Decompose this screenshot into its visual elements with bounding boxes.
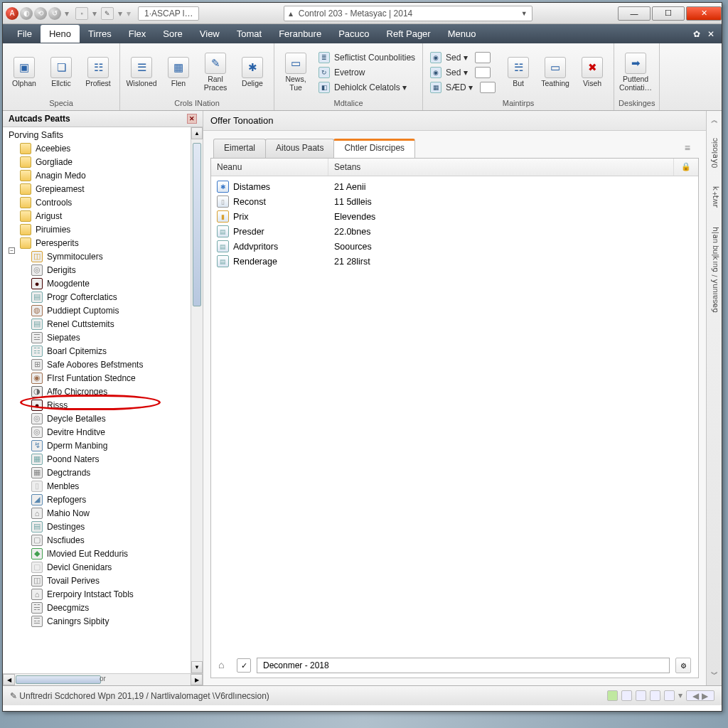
scroll-right-icon[interactable]: ▶ — [191, 674, 203, 685]
home-icon[interactable]: ⌂ — [218, 659, 231, 672]
tabs-options-icon[interactable]: ≡ — [676, 138, 699, 158]
chevron-up-icon[interactable]: ︽ — [711, 115, 718, 125]
tree-folder[interactable]: Arigust — [4, 209, 201, 223]
menu-feranbure[interactable]: Feranbure — [270, 26, 330, 42]
tree-item[interactable]: ◫Symmitoculers — [17, 250, 201, 263]
app-icon[interactable]: A — [6, 7, 18, 20]
footer-input[interactable] — [257, 658, 670, 673]
ribbon-button[interactable]: ❏Ellctic — [44, 55, 78, 88]
ribbon-list-item[interactable]: ◉Sed ▾ — [427, 66, 498, 79]
tree-item[interactable]: ▦Degctrands — [17, 466, 201, 479]
lock-icon[interactable]: 🔒 — [674, 159, 698, 176]
tree-item[interactable]: ◫Tovail Perives — [17, 574, 201, 587]
menu-right-icon[interactable]: ✿ — [693, 29, 700, 39]
ribbon-list-item[interactable]: ≣Seflictist Counbolities — [316, 51, 418, 64]
side-tab[interactable]: 0ʎɐlosic — [710, 132, 719, 173]
tree-item[interactable]: ▢Devicl Gnenidars — [17, 560, 201, 574]
minimize-button[interactable]: — — [618, 6, 651, 21]
qat-button[interactable]: ✎ — [101, 7, 114, 20]
hscrollbar[interactable]: ◀ or ▶ — [3, 673, 203, 685]
tree-item[interactable]: ⌂Mahio Now — [17, 506, 201, 520]
ribbon-button[interactable]: ▭Teathing — [538, 55, 572, 88]
tab[interactable]: Eimertal — [213, 139, 266, 158]
ribbon-button[interactable]: ▣Olphan — [7, 55, 41, 88]
qat-button[interactable]: ▫ — [75, 7, 88, 20]
title-tab[interactable]: 1·ASCAP l… — [138, 6, 199, 21]
menu-pacuco[interactable]: Pacuco — [330, 26, 378, 42]
tree-item[interactable]: ◑Affo Chicronges — [17, 385, 201, 398]
tb-icon[interactable]: ↺ — [48, 7, 61, 20]
status-icon[interactable] — [621, 690, 632, 701]
tree-item[interactable]: ☲Siepates — [17, 331, 201, 344]
ribbon-button[interactable]: ☰Wisloned — [124, 55, 159, 88]
ribbon-list-item[interactable]: ▦SÆD ▾ — [427, 81, 498, 94]
close-button[interactable]: ✕ — [686, 6, 722, 21]
tree-item[interactable]: ◎Deycle Betalles — [17, 412, 201, 425]
menu-sore[interactable]: Sore — [154, 26, 191, 42]
status-icon[interactable] — [664, 690, 675, 701]
tree-folder[interactable]: Gorgliade — [4, 155, 201, 168]
menu-file[interactable]: File — [9, 26, 41, 42]
menu-flex[interactable]: Flex — [120, 26, 155, 42]
tab[interactable]: Chtler Disrcipes — [333, 139, 415, 158]
scroll-thumb[interactable] — [193, 143, 201, 306]
tree-item[interactable]: ◉FIrst Funtation Stednce — [17, 371, 201, 385]
tree-item[interactable]: ⌂Ererpoiry Intstact Tobls — [17, 587, 201, 601]
menu-view[interactable]: View — [191, 26, 228, 42]
menu-tirres[interactable]: Tirres — [80, 26, 120, 42]
tree-item[interactable]: ▤Progr Cofterclatics — [17, 290, 201, 304]
table-row[interactable]: ▤Presder22.0bnes — [211, 224, 698, 239]
tree-item[interactable]: ↯Dperm Manbing — [17, 439, 201, 452]
ribbon-button[interactable]: ▭News, Tue — [279, 51, 313, 92]
scroll-down-icon[interactable]: ▼ — [191, 661, 203, 673]
tree-root[interactable]: Porving Safits — [4, 130, 201, 140]
maximize-button[interactable]: ☐ — [652, 6, 685, 21]
menu-heno[interactable]: Heno — [41, 25, 80, 43]
side-tab[interactable]: ճǝsaıunʎ / ճuıʞ|nq uɐ|ɥ — [710, 221, 719, 318]
tree-item[interactable]: ▤Renel Cuttstemits — [17, 317, 201, 331]
tree-item[interactable]: ▤Destinges — [17, 520, 201, 533]
chevron-down-icon[interactable]: ︾ — [711, 670, 718, 680]
check-icon[interactable]: ✓ — [237, 658, 251, 673]
tree-item[interactable]: ▦Poond Naters — [17, 452, 201, 466]
title-combo[interactable]: ▴ Control 203 - Metasyac | 2014 ▼ — [284, 6, 532, 21]
tb-icon[interactable]: ◐ — [20, 7, 33, 20]
ribbon-button[interactable]: ➡Puttend Contiati… — [619, 51, 653, 92]
table-row[interactable]: ▤Renderage21 28lirst — [211, 254, 698, 269]
panel-close-icon[interactable]: ✕ — [187, 114, 197, 124]
menu-tomat[interactable]: Tomat — [228, 26, 270, 42]
tree-folder[interactable]: Grepieamest — [4, 182, 201, 196]
tree-folder[interactable]: Piruimies — [4, 223, 201, 236]
tree-item[interactable]: ●Moogdente — [17, 277, 201, 290]
tree-item[interactable]: ●Risss — [17, 398, 201, 412]
scroll-up-icon[interactable]: ▲ — [191, 127, 203, 139]
tb-icon[interactable]: ⟲ — [34, 7, 47, 20]
side-tab[interactable]: ɹwʇ+ʞ — [710, 181, 719, 213]
menu-menuo[interactable]: Menuo — [439, 26, 485, 42]
tree-item[interactable]: ◆lMovied Eut Redduris — [17, 547, 201, 560]
tree-item[interactable]: ⊞Safe Aobores Befstments — [17, 358, 201, 371]
tree-item[interactable]: ◎Devitre Hnditve — [17, 425, 201, 439]
tab[interactable]: Aitous Paats — [265, 139, 334, 158]
col-header[interactable]: Neanu — [211, 159, 328, 176]
ribbon-button[interactable]: ✖Viseh — [575, 55, 609, 88]
table-row[interactable]: ▯Reconst11 5dlleis — [211, 194, 698, 209]
tree-item[interactable]: ◍Puddiept Cuptomis — [17, 304, 201, 317]
table-row[interactable]: ▤AddvpritorsSoources — [211, 239, 698, 254]
table-row[interactable]: ▮PrixElevendes — [211, 209, 698, 224]
ribbon-button[interactable]: ☵But — [501, 55, 535, 88]
tree-folder[interactable]: Anagin Medo — [4, 168, 201, 182]
tree-folder[interactable]: Aceebies — [4, 141, 201, 155]
status-icon[interactable] — [636, 690, 646, 701]
ribbon-list-item[interactable]: ↻Evetrow — [316, 66, 418, 79]
tree-item[interactable]: ▢Nscfiudes — [17, 533, 201, 547]
ribbon-list-item[interactable]: ◧Dehiolck Celatols ▾ — [316, 81, 418, 94]
ribbon-button[interactable]: ✎Ranl Praces — [198, 51, 232, 92]
tree-item[interactable]: ◢Repfogers — [17, 493, 201, 506]
vscrollbar[interactable]: ▲ ▼ — [191, 127, 203, 673]
tree-item[interactable]: ☷Boarl Cpitemizs — [17, 344, 201, 358]
status-icon[interactable] — [607, 690, 618, 701]
tree-folder[interactable]: Controols — [4, 196, 201, 209]
tree-folder[interactable]: Peresperits — [4, 236, 201, 250]
ribbon-list-item[interactable]: ◉Sed ▾ — [427, 51, 498, 64]
